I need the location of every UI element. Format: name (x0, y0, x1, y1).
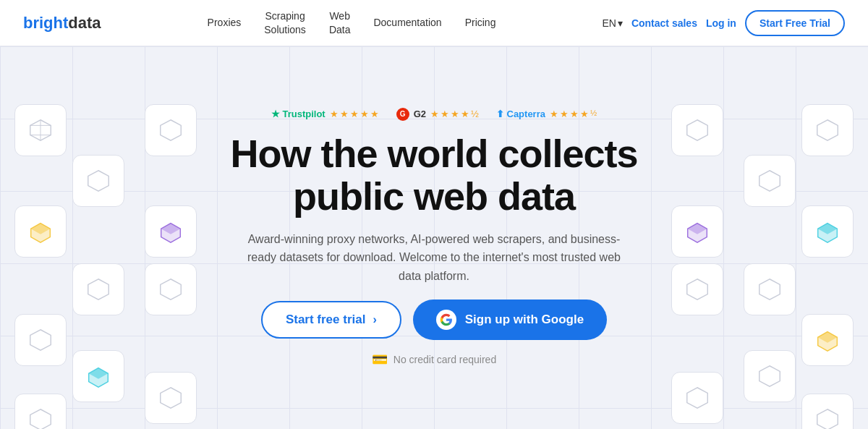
svg-marker-11 (30, 409, 51, 429)
cube-card (145, 372, 197, 424)
g2-rating: G G2 ★★★★½ (396, 108, 479, 121)
svg-marker-18 (760, 171, 780, 192)
nav-right: EN ▾ Contact sales Log in Start Free Tri… (602, 10, 845, 36)
cube-card-purple (145, 205, 197, 258)
cube-card-yellow (14, 205, 67, 258)
svg-marker-24 (760, 366, 780, 387)
cube-card (671, 263, 723, 315)
ratings-row: ★ Trustpilot ★★★★★ G G2 ★★★★½ ⬆ Capterra… (271, 108, 597, 121)
cube-card (801, 394, 854, 429)
nav-links: Proxies Scraping Solutions Web Data Docu… (199, 4, 505, 41)
nav-proxies[interactable]: Proxies (199, 10, 250, 35)
svg-marker-29 (687, 279, 708, 300)
nav-scraping[interactable]: Scraping Solutions (255, 4, 315, 41)
nav-webdata[interactable]: Web Data (320, 4, 359, 41)
cube-card (72, 263, 124, 315)
cube-card (145, 104, 197, 156)
svg-marker-4 (88, 171, 109, 192)
cube-card (145, 263, 197, 315)
login-link[interactable]: Log in (706, 17, 736, 29)
chevron-right-icon: › (373, 313, 376, 326)
signup-google-button[interactable]: Sign up with Google (413, 300, 607, 340)
svg-marker-26 (687, 120, 708, 141)
trustpilot-icon: ★ Trustpilot (271, 109, 326, 119)
start-free-trial-button[interactable]: Start Free Trial (745, 10, 845, 36)
svg-marker-8 (30, 330, 51, 351)
capterra-icon: ⬆ Capterra (496, 109, 545, 119)
svg-marker-25 (817, 409, 838, 429)
cube-card-yellow-right (801, 314, 854, 366)
cube-card-cyan-right (801, 205, 854, 258)
trustpilot-rating: ★ Trustpilot ★★★★★ (271, 109, 379, 119)
cube-card (671, 372, 723, 424)
g2-stars: ★★★★½ (430, 109, 479, 119)
svg-marker-30 (687, 388, 708, 409)
cube-card-cyan (72, 350, 124, 402)
cube-card (744, 350, 796, 402)
hero-subtitle: Award-winning proxy networks, AI-powered… (239, 230, 629, 286)
svg-marker-15 (161, 279, 182, 300)
nav-documentation[interactable]: Documentation (365, 10, 450, 35)
svg-marker-21 (760, 279, 780, 300)
cube-card (671, 104, 723, 156)
hero-content: ★ Trustpilot ★★★★★ G G2 ★★★★½ ⬆ Capterra… (230, 108, 637, 368)
hero-section: ★ Trustpilot ★★★★★ G G2 ★★★★½ ⬆ Capterra… (0, 46, 868, 429)
hero-title: How the world collects public web data (230, 132, 637, 218)
capterra-rating: ⬆ Capterra ★★★★½ (496, 109, 597, 119)
no-credit-card-notice: 💳 No credit card required (372, 352, 496, 368)
cube-card (14, 394, 67, 429)
google-icon (436, 310, 456, 330)
trustpilot-stars: ★★★★★ (330, 109, 379, 119)
hero-buttons: Start free trial › Sign up with Google (261, 300, 607, 340)
contact-sales-link[interactable]: Contact sales (631, 17, 697, 29)
logo-bright: bright (23, 14, 68, 33)
credit-card-icon: 💳 (372, 352, 388, 368)
svg-marker-7 (88, 279, 109, 300)
svg-marker-17 (817, 120, 838, 141)
cube-card (744, 155, 796, 207)
cube-card-purple-right (671, 205, 723, 258)
cube-card (72, 155, 124, 207)
nav-pricing[interactable]: Pricing (456, 10, 505, 35)
language-selector[interactable]: EN ▾ (602, 17, 622, 29)
cube-card (14, 104, 67, 156)
svg-marker-12 (161, 120, 182, 141)
logo-data: data (68, 14, 101, 33)
cube-card (744, 263, 796, 315)
start-free-trial-hero-button[interactable]: Start free trial › (261, 301, 401, 339)
logo[interactable]: bright data (23, 14, 101, 33)
cube-card (801, 104, 854, 156)
cube-card (14, 314, 67, 366)
svg-marker-16 (161, 388, 182, 409)
navbar: bright data Proxies Scraping Solutions W… (0, 0, 868, 46)
capterra-stars: ★★★★½ (550, 109, 597, 119)
g2-icon: G (396, 108, 409, 121)
